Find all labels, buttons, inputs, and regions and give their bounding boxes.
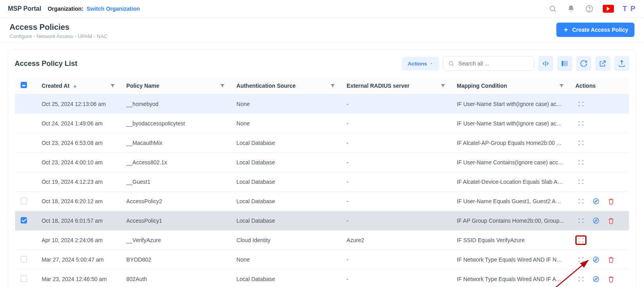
- svg-point-13: [593, 198, 599, 204]
- col-header-name[interactable]: Policy Name: [121, 77, 231, 94]
- view-details-button[interactable]: [575, 177, 586, 187]
- upload-button[interactable]: [614, 56, 629, 71]
- cell-name: AccessPolicy1: [121, 211, 231, 231]
- cell-created: Mar 23, 2024 12:46:50 am: [36, 270, 121, 287]
- bulk-actions-dropdown[interactable]: Actions: [402, 57, 439, 71]
- cell-name: __MacauthMix: [121, 133, 231, 153]
- view-details-button[interactable]: [575, 138, 586, 148]
- view-details-button[interactable]: [575, 235, 586, 245]
- cell-created: Oct 19, 2024 4:12:23 am: [36, 172, 121, 192]
- delete-button[interactable]: [606, 196, 617, 206]
- policy-list-card: Access Policy List Actions: [8, 49, 636, 287]
- cell-name: __Guest1: [121, 172, 231, 192]
- edit-button[interactable]: [590, 196, 602, 206]
- search-input[interactable]: [458, 60, 529, 67]
- switch-organization-link[interactable]: Switch Organization: [86, 6, 140, 12]
- table-row[interactable]: Oct 24, 2024 1:49:06 am__byodaccesspolic…: [15, 114, 629, 133]
- table-row[interactable]: Mar 23, 2024 12:46:50 am802AuthLocal Dat…: [15, 270, 629, 287]
- view-details-button[interactable]: [575, 99, 586, 109]
- create-button-label: Create Access Policy: [572, 27, 628, 33]
- row-checkbox[interactable]: [21, 275, 27, 282]
- delete-button[interactable]: [606, 216, 617, 225]
- col-header-ext[interactable]: External RADIUS server: [341, 77, 451, 94]
- table-row[interactable]: Oct 18, 2024 6:20:12 amAccessPolicy2Loca…: [15, 192, 629, 211]
- row-checkbox[interactable]: [21, 256, 27, 262]
- filter-icon[interactable]: [330, 83, 335, 89]
- view-details-button[interactable]: [575, 255, 586, 264]
- help-icon[interactable]: [585, 4, 594, 13]
- view-details-button[interactable]: [575, 274, 586, 284]
- cell-ext: -: [341, 250, 451, 270]
- page-title: Access Policies: [10, 23, 108, 32]
- filter-icon[interactable]: [110, 83, 115, 89]
- edit-button[interactable]: [590, 216, 602, 225]
- cell-auth: Local Database: [231, 270, 341, 287]
- table-row[interactable]: Oct 18, 2024 6:01:57 amAccessPolicy1Loca…: [15, 211, 629, 231]
- col-header-auth[interactable]: Authentication Source: [231, 77, 341, 94]
- cell-name: AccessPolicy2: [121, 192, 231, 211]
- svg-rect-10: [564, 61, 565, 66]
- create-access-policy-button[interactable]: Create Access Policy: [556, 23, 634, 37]
- cell-name: __Access802.1x: [121, 153, 231, 172]
- table-header: Created At Policy Name Authentication So…: [15, 77, 629, 94]
- cell-auth: None: [231, 94, 341, 114]
- chevron-down-icon: [429, 62, 433, 65]
- filter-icon[interactable]: [559, 83, 564, 89]
- view-details-button[interactable]: [575, 119, 586, 128]
- youtube-icon[interactable]: [603, 5, 614, 13]
- cell-map: IF User-Name Contains(Ignore case) acces…: [451, 153, 570, 172]
- filter-icon[interactable]: [440, 83, 446, 89]
- table-row[interactable]: Mar 27, 2024 5:00:47 amBYOD802None-IF Ne…: [15, 250, 629, 270]
- table-row[interactable]: Apr 10, 2024 2:24:06 am__VerifyAzureClou…: [15, 231, 629, 250]
- export-button[interactable]: [595, 56, 610, 71]
- row-checkbox[interactable]: [21, 198, 27, 204]
- refresh-button[interactable]: [576, 56, 591, 71]
- avatar[interactable]: T P: [623, 5, 636, 13]
- column-settings-button[interactable]: [557, 56, 572, 71]
- cell-name: 802Auth: [121, 270, 231, 287]
- cell-name: __homebyod: [121, 94, 231, 114]
- cell-ext: -: [341, 172, 451, 192]
- cell-ext: -: [341, 114, 451, 133]
- edit-button[interactable]: [590, 255, 602, 264]
- table-row[interactable]: Oct 23, 2024 6:53:08 am__MacauthMixLocal…: [15, 133, 629, 153]
- card-head: Access Policy List Actions: [15, 56, 629, 71]
- table-row[interactable]: Oct 25, 2024 12:13:06 am__homebyodNone-I…: [15, 94, 629, 114]
- svg-line-7: [452, 65, 454, 66]
- bell-icon[interactable]: [566, 4, 576, 13]
- table-row[interactable]: Oct 23, 2024 4:00:10 am__Access802.1xLoc…: [15, 153, 629, 172]
- search-icon[interactable]: [548, 4, 558, 13]
- cell-ext: -: [341, 270, 451, 287]
- cell-map: IF AP Group Contains Home2b:00, Group...: [451, 211, 570, 231]
- policy-table: Created At Policy Name Authentication So…: [15, 77, 629, 287]
- cell-auth: None: [231, 250, 341, 270]
- view-details-button[interactable]: [575, 196, 586, 206]
- edit-button[interactable]: [590, 274, 602, 284]
- col-header-created[interactable]: Created At: [36, 77, 121, 94]
- cell-created: Oct 24, 2024 1:49:06 am: [36, 114, 121, 133]
- cell-map: IF User-Name Start with(Ignore case) acc…: [451, 94, 570, 114]
- view-details-button[interactable]: [575, 158, 586, 167]
- resize-columns-button[interactable]: [538, 56, 553, 71]
- svg-point-3: [589, 10, 590, 11]
- select-all-checkbox[interactable]: [21, 82, 27, 88]
- delete-button[interactable]: [606, 255, 617, 264]
- view-details-button[interactable]: [575, 216, 586, 225]
- organization-label: Organization:: [48, 6, 83, 12]
- cell-created: Mar 27, 2024 5:00:47 am: [36, 250, 121, 270]
- cell-ext: -: [341, 133, 451, 153]
- cell-map: IF User-Name Start with(Ignore case) acc…: [451, 114, 570, 133]
- svg-point-6: [449, 62, 453, 65]
- toolbar: Actions: [402, 56, 629, 71]
- col-header-map[interactable]: Mapping Condition: [451, 77, 570, 94]
- filter-icon[interactable]: [220, 83, 225, 89]
- cell-created: Oct 18, 2024 6:20:12 am: [36, 192, 121, 211]
- cell-auth: Local Database: [231, 172, 341, 192]
- cell-created: Oct 23, 2024 6:53:08 am: [36, 133, 121, 153]
- cell-map: IF Alcatel-AP-Group Equals Home2b:00 A..…: [451, 133, 570, 153]
- table-row[interactable]: Oct 19, 2024 4:12:23 am__Guest1Local Dat…: [15, 172, 629, 192]
- delete-button[interactable]: [606, 274, 617, 284]
- row-checkbox[interactable]: [21, 217, 27, 223]
- cell-created: Oct 25, 2024 12:13:06 am: [36, 94, 121, 114]
- search-field[interactable]: [443, 56, 534, 71]
